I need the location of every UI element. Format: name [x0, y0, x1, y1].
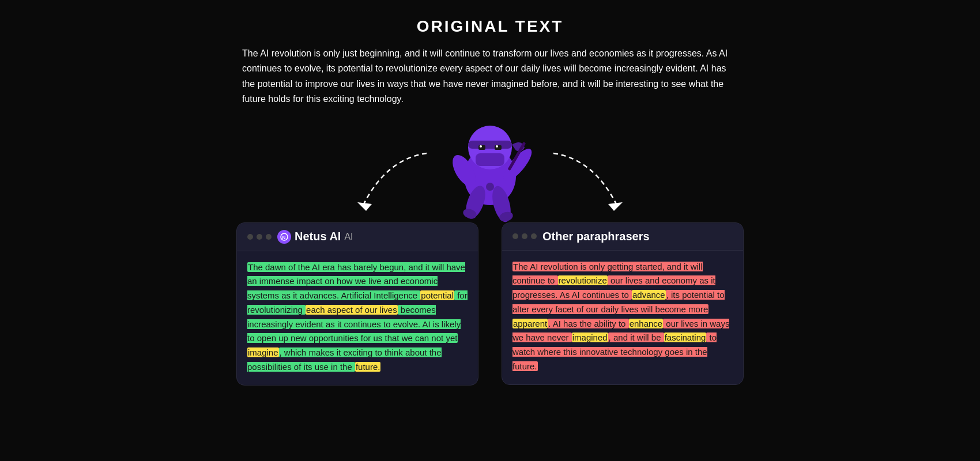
netus-highlight-8: future.: [355, 362, 381, 372]
dot-6: [531, 233, 537, 239]
other-highlight-8: enhance: [629, 319, 664, 328]
svg-rect-4: [468, 141, 512, 149]
original-text-body: The AI revolution is only just beginning…: [242, 46, 738, 107]
svg-rect-5: [478, 145, 485, 150]
netus-highlight-2: potential: [420, 290, 454, 300]
panels-row: N Netus AI AI The dawn of the AI era has…: [236, 222, 744, 386]
other-highlight-6: apparent: [512, 319, 548, 328]
netus-panel-title: N Netus AI AI: [277, 230, 353, 244]
netus-logo: N: [277, 230, 291, 244]
netus-panel-body: The dawn of the AI era has barely begun,…: [237, 251, 478, 385]
other-highlight-7: . AI has the ability to: [548, 319, 628, 328]
original-text-section: ORIGINAL TEXT The AI revolution is only …: [242, 0, 738, 107]
other-highlight-4: advance: [632, 290, 666, 300]
netus-highlight-6: imagine: [247, 347, 279, 357]
page-title: ORIGINAL TEXT: [242, 17, 738, 36]
other-highlight-2: revolutionize: [558, 275, 608, 285]
other-panel-dots: [512, 233, 537, 239]
other-panel-title: Other paraphrasers: [542, 230, 650, 243]
svg-marker-0: [357, 202, 372, 211]
svg-rect-9: [476, 153, 504, 166]
svg-rect-6: [495, 145, 502, 150]
svg-text:N: N: [282, 235, 286, 240]
other-panel: Other paraphrasers The AI revolution is …: [502, 222, 744, 385]
netus-panel-dots: [247, 234, 272, 240]
svg-point-8: [496, 145, 498, 148]
svg-marker-1: [608, 202, 623, 211]
middle-section: N Netus AI AI The dawn of the AI era has…: [0, 113, 980, 386]
other-panel-body: The AI revolution is only getting starte…: [502, 251, 743, 384]
other-highlight-11: , and it will be: [608, 332, 664, 342]
other-highlight-10: imagined: [572, 332, 608, 342]
main-container: ORIGINAL TEXT The AI revolution is only …: [0, 0, 980, 461]
netus-highlight-4: each aspect of our lives: [306, 305, 398, 315]
dot-1: [247, 234, 253, 240]
dot-2: [257, 234, 262, 240]
svg-point-17: [486, 183, 494, 191]
ninja-character: [427, 101, 553, 228]
netus-panel: N Netus AI AI The dawn of the AI era has…: [236, 222, 478, 386]
dot-5: [522, 233, 527, 239]
other-highlight-12: fascinating: [664, 332, 707, 342]
dot-4: [512, 233, 518, 239]
netus-ai-label: AI: [344, 232, 353, 242]
dot-3: [266, 234, 272, 240]
svg-point-7: [480, 145, 482, 148]
